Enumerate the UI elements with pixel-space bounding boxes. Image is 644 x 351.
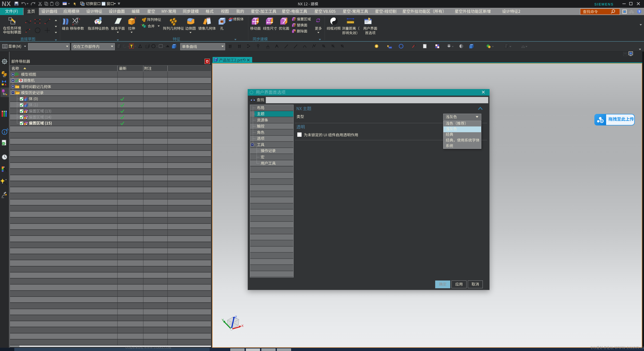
svg-text:i: i (4, 130, 5, 134)
svg-text:x: x (72, 23, 74, 26)
svg-text:+: + (141, 24, 142, 26)
svg-text:?: ? (638, 10, 640, 14)
svg-text:x: x (79, 18, 80, 20)
svg-text:x: x (268, 19, 270, 22)
svg-text:Y: Y (222, 318, 224, 322)
svg-text:Z: Z (235, 315, 237, 319)
svg-text:X: X (241, 324, 244, 328)
